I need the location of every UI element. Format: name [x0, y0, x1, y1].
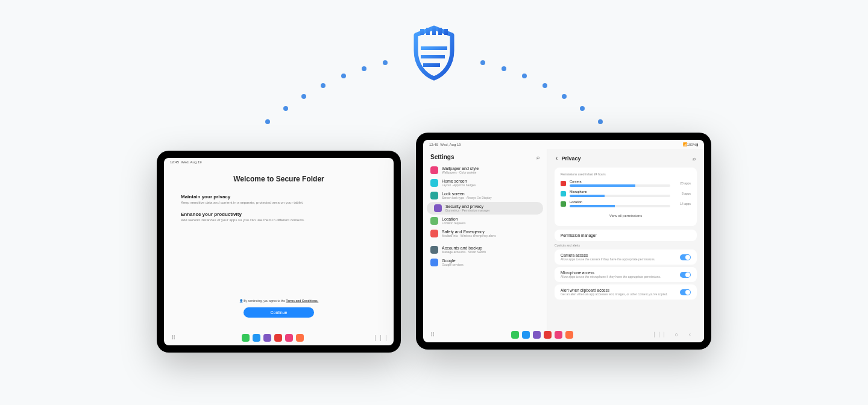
sidebar-item-home-screen[interactable]: Home screenLayout · App icon badges — [423, 177, 547, 189]
toggle-row-camera-access[interactable]: Camera accessAllow apps to use the camer… — [555, 250, 697, 265]
dock-app-video[interactable] — [296, 334, 304, 342]
toggle-switch[interactable] — [680, 272, 691, 278]
tablet-secure-folder: 12:45 Wed, Aug 19 Welcome to Secure Fold… — [157, 151, 401, 353]
dock-app[interactable] — [555, 331, 562, 339]
sidebar-item-icon — [434, 204, 442, 212]
sidebar-item-accounts-and-backup[interactable]: Accounts and backupManage accounts · Sma… — [423, 243, 547, 256]
section-productivity: Enhance your productivity Add second ins… — [181, 212, 377, 222]
terms-link[interactable]: Terms and Conditions. — [286, 299, 318, 303]
knox-shield-logo — [409, 24, 459, 82]
search-icon[interactable]: ⌕ — [536, 154, 539, 160]
status-bar: 12:45 Wed, Aug 19 — [164, 158, 394, 166]
toggle-switch[interactable] — [680, 289, 691, 295]
sidebar-item-icon — [430, 230, 438, 237]
perm-icon — [561, 191, 566, 196]
sidebar-item-safety-and-emergency[interactable]: Safety and EmergencyMedical info · Wirel… — [423, 227, 547, 240]
dock-app[interactable] — [522, 331, 530, 339]
sidebar-item-location[interactable]: LocationLocation requests — [423, 215, 547, 227]
sidebar-item-security-and-privacy[interactable]: Security and privacyBiometrics · Permiss… — [427, 202, 543, 215]
dock-app-messages[interactable] — [253, 334, 260, 342]
battery-text: 100% — [687, 143, 696, 146]
dock-app[interactable] — [533, 331, 541, 339]
perm-row-microphone[interactable]: Microphone8 apps — [561, 190, 691, 197]
perm-row-camera[interactable]: Camera20 apps — [561, 180, 691, 187]
sidebar-item-icon — [430, 217, 438, 225]
dock-app-phone[interactable] — [242, 334, 250, 342]
permission-manager-row[interactable]: Permission manager — [555, 230, 697, 241]
nav-home-icon[interactable]: ○ — [675, 331, 678, 338]
recents-icon[interactable]: ⎹⎹⎹ — [370, 334, 386, 342]
taskbar: ⠿ ⎹⎹⎹ ○ ‹ — [423, 331, 704, 339]
date: Wed, Aug 19 — [181, 160, 201, 164]
settings-detail-pane: ‹ Privacy ⌕ Permissions used in last 24 … — [547, 149, 704, 341]
sidebar-item-wallpaper-and-style[interactable]: Wallpaper and styleWallpapers · Color pa… — [423, 164, 547, 177]
dock-app[interactable] — [565, 331, 573, 339]
permissions-usage-card: Permissions used in last 24 hours Camera… — [555, 168, 697, 226]
sidebar-item-icon — [430, 166, 438, 174]
nav-recents-icon[interactable]: ⎹⎹⎹ — [650, 331, 664, 338]
dock-app-music[interactable] — [285, 334, 293, 342]
dock-app-browser[interactable] — [263, 334, 271, 342]
search-icon[interactable]: ⌕ — [693, 155, 696, 162]
battery-icon: ▮ — [696, 142, 698, 146]
secure-folder-title: Welcome to Secure Folder — [164, 175, 394, 183]
wifi-icon: 📶 — [683, 142, 687, 146]
person-icon: 👤 — [239, 299, 243, 303]
sidebar-item-icon — [430, 246, 438, 254]
settings-heading: Settings — [430, 154, 454, 160]
toggle-row-alert-when-clipboard-access[interactable]: Alert when clipboard accessGet an alert … — [555, 284, 697, 300]
perm-icon — [561, 181, 566, 186]
perm-row-location[interactable]: Location14 apps — [561, 200, 691, 207]
app-drawer-icon[interactable]: ⠿ — [430, 331, 435, 338]
continue-button[interactable]: Continue — [244, 307, 313, 318]
toggle-row-microphone-access[interactable]: Microphone accessAllow apps to use the m… — [555, 267, 697, 282]
taskbar: ⠿ ⎹⎹⎹ — [164, 334, 394, 342]
dock-app[interactable] — [511, 331, 519, 339]
dock-app[interactable] — [544, 331, 552, 339]
status-bar: 12:45 Wed, Aug 19 📶 100% ▮ — [423, 140, 704, 149]
perm-icon — [561, 201, 566, 207]
clock: 12:45 — [170, 160, 179, 164]
privacy-heading: Privacy — [561, 155, 580, 162]
section-privacy: Maintain your privacy Keep sensitive dat… — [181, 194, 377, 204]
terms-text: 👤 By continuing, you agree to the Terms … — [164, 299, 394, 303]
settings-sidebar: Settings ⌕ Wallpaper and styleWallpapers… — [423, 149, 547, 341]
sidebar-item-icon — [430, 192, 438, 199]
back-icon[interactable]: ‹ — [556, 155, 558, 162]
tablet-settings-privacy: 12:45 Wed, Aug 19 📶 100% ▮ Settings ⌕ Wa… — [416, 133, 711, 350]
dock-apps — [242, 334, 304, 342]
sidebar-item-lock-screen[interactable]: Lock screenScreen lock type · Always On … — [423, 189, 547, 202]
sidebar-item-google[interactable]: GoogleGoogle services — [423, 256, 547, 269]
app-drawer-icon[interactable]: ⠿ — [171, 334, 175, 341]
sidebar-item-icon — [430, 179, 438, 187]
toggle-switch[interactable] — [680, 254, 691, 260]
sidebar-item-icon — [430, 259, 438, 266]
nav-back-icon[interactable]: ‹ — [689, 331, 691, 338]
view-all-permissions-link[interactable]: View all permissions — [561, 210, 691, 221]
dock-app-news[interactable] — [274, 334, 282, 342]
